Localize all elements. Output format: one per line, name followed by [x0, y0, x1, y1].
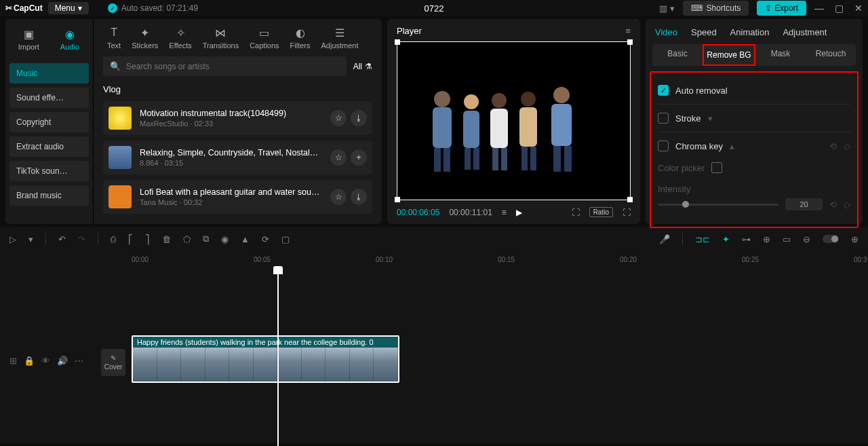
tab-adjustment[interactable]: ☰Adjustment: [317, 26, 363, 50]
checkbox-checked-icon[interactable]: ✓: [658, 85, 669, 96]
filter-all-button[interactable]: All ⚗: [353, 62, 372, 71]
props-tab-speed[interactable]: Speed: [691, 27, 717, 37]
checkbox-icon[interactable]: [658, 141, 669, 151]
play-button[interactable]: ▶: [516, 208, 522, 217]
preview-icon[interactable]: ▭: [783, 234, 791, 244]
sidebar-item-extract-audio[interactable]: Extract audio: [9, 136, 89, 157]
media-panel: ▣Import ◉Audio Music Sound effe… Copyrig…: [5, 19, 382, 224]
timeline: 00:00 00:05 00:10 00:15 00:20 00:25 00:3…: [0, 251, 868, 443]
maximize-icon[interactable]: ▢: [835, 3, 844, 14]
tab-captions[interactable]: ▭Captions: [245, 26, 283, 50]
menu-button[interactable]: Menu ▾: [48, 2, 89, 14]
reset-icon[interactable]: ⟲: [829, 141, 837, 151]
download-button[interactable]: ⭳: [351, 110, 367, 126]
download-button[interactable]: ⭳: [351, 189, 367, 205]
tab-audio[interactable]: ◉Audio: [50, 27, 91, 51]
mic-icon[interactable]: 🎤: [659, 234, 670, 244]
lock-icon[interactable]: 🔒: [24, 356, 35, 366]
sidebar-item-music[interactable]: Music: [9, 63, 89, 83]
ratio-button[interactable]: Ratio: [589, 207, 613, 217]
eye-icon[interactable]: 👁: [41, 356, 50, 366]
close-icon[interactable]: ✕: [854, 3, 863, 14]
more-icon[interactable]: ⋯: [75, 356, 83, 366]
layout-icon[interactable]: ▥ ▾: [659, 3, 675, 14]
keyframe-icon[interactable]: ◇: [844, 200, 850, 210]
download-icon: ⭳: [355, 113, 363, 123]
intensity-value[interactable]: 20: [785, 198, 823, 210]
zoom-slider[interactable]: [823, 235, 839, 243]
zoom-out-icon[interactable]: ⊖: [803, 234, 810, 244]
track-row[interactable]: Motivation instrumental track(1048499) M…: [103, 101, 372, 135]
svg-point-5: [464, 94, 479, 109]
redo-icon[interactable]: ↷: [78, 234, 85, 244]
scale-icon[interactable]: ⛶: [572, 208, 580, 217]
player-canvas[interactable]: [397, 41, 631, 200]
props-tab-adjustment[interactable]: Adjustment: [783, 27, 827, 37]
link-icon[interactable]: ⊶: [742, 234, 751, 244]
svg-rect-7: [473, 148, 479, 170]
track-meta: MaxRecStudio · 02:33: [140, 119, 322, 128]
minimize-icon[interactable]: —: [814, 3, 824, 14]
favorite-button[interactable]: ☆: [330, 149, 347, 166]
chevron-down-icon[interactable]: ▾: [28, 234, 33, 244]
export-button[interactable]: ⇪ Export: [757, 1, 806, 16]
add-button[interactable]: +: [351, 149, 367, 166]
tab-transitions[interactable]: ⋈Transitions: [199, 26, 243, 50]
rotate-icon[interactable]: ⟳: [262, 234, 269, 244]
magnet-icon[interactable]: ⊐⊏: [695, 234, 710, 244]
mute-icon[interactable]: 🔊: [57, 356, 68, 366]
copy-icon[interactable]: ⧉: [203, 234, 209, 244]
track-row[interactable]: Lofi Beat with a pleasant guitar and wat…: [103, 180, 372, 214]
tab-effects[interactable]: ✧Effects: [165, 26, 195, 50]
favorite-button[interactable]: ☆: [330, 110, 347, 126]
trim-left-icon[interactable]: ⎡: [128, 234, 133, 244]
trim-right-icon[interactable]: ⎤: [145, 234, 150, 244]
stroke-row[interactable]: Stroke ▾: [658, 107, 850, 129]
tab-filters[interactable]: ◐Filters: [286, 26, 315, 50]
mirror-icon[interactable]: ▲: [241, 234, 250, 244]
timeline-ruler[interactable]: 00:00 00:05 00:10 00:15 00:20 00:25 00:3: [9, 251, 859, 267]
track-row[interactable]: Relaxing, Simple, Countryside, Travel, N…: [103, 141, 372, 174]
video-clip[interactable]: Happy friends (students) walking in the …: [132, 335, 399, 383]
tab-import[interactable]: ▣Import: [8, 27, 50, 51]
split-icon[interactable]: ⎙: [111, 234, 116, 244]
reset-icon[interactable]: ⟲: [829, 200, 837, 210]
sidebar-item-copyright[interactable]: Copyright: [9, 112, 89, 132]
pointer-icon[interactable]: ▷: [9, 234, 16, 244]
sidebar-item-brand-music[interactable]: Brand music: [9, 185, 89, 206]
checkbox-icon[interactable]: [658, 113, 669, 124]
snap-icon[interactable]: ✦: [722, 234, 730, 244]
sidebar-item-sound-effects[interactable]: Sound effe…: [9, 88, 89, 108]
fullscreen-icon[interactable]: ⛶: [623, 208, 631, 217]
list-icon[interactable]: ≡: [502, 208, 507, 217]
align-icon[interactable]: ⊕: [763, 234, 770, 244]
hamburger-icon[interactable]: ≡: [625, 26, 631, 36]
cover-button[interactable]: ✎ Cover: [101, 349, 125, 376]
subtab-remove-bg[interactable]: Remove BG: [703, 44, 755, 66]
speed-icon[interactable]: ◉: [221, 234, 229, 244]
zoom-in-icon[interactable]: ⊕: [851, 234, 859, 244]
delete-icon[interactable]: 🗑: [162, 234, 171, 244]
subtab-basic[interactable]: Basic: [652, 44, 703, 66]
playhead[interactable]: [277, 267, 279, 446]
favorite-button[interactable]: ☆: [330, 189, 347, 205]
undo-icon[interactable]: ↶: [58, 234, 66, 244]
sidebar-item-tiktok-sounds[interactable]: TikTok soun…: [9, 161, 89, 181]
time-current: 00:00:06:05: [397, 208, 439, 217]
keyframe-icon[interactable]: ◇: [844, 141, 850, 151]
chroma-key-row[interactable]: Chroma key ▴ ⟲ ◇: [658, 135, 850, 157]
shape-icon[interactable]: ⬠: [183, 234, 191, 244]
edit-icon: ✎: [111, 354, 116, 362]
props-tab-video[interactable]: Video: [655, 27, 677, 37]
props-tab-animation[interactable]: Animation: [730, 27, 770, 37]
tab-text[interactable]: TText: [103, 26, 125, 50]
expand-icon[interactable]: ⊞: [9, 356, 17, 366]
search-input[interactable]: 🔍: [103, 56, 347, 76]
crop-icon[interactable]: ▢: [281, 234, 290, 244]
intensity-slider[interactable]: [658, 204, 778, 206]
subtab-retouch[interactable]: Retouch: [806, 44, 856, 66]
subtab-mask[interactable]: Mask: [755, 44, 806, 66]
auto-removal-row[interactable]: ✓ Auto removal: [658, 79, 850, 101]
shortcuts-button[interactable]: ⌨ Shortcuts: [683, 1, 749, 16]
tab-stickers[interactable]: ✦Stickers: [127, 26, 162, 50]
